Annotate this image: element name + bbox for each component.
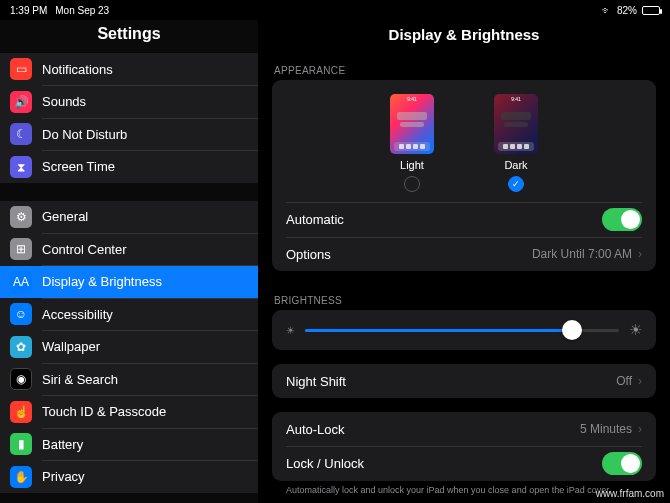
battery-percent: 82% bbox=[617, 5, 637, 16]
appearance-option-light[interactable]: 9:41 Light bbox=[390, 94, 434, 192]
sidebar-item-label: Do Not Disturb bbox=[42, 127, 127, 142]
sidebar-item-accessibility[interactable]: ☺Accessibility bbox=[0, 298, 258, 330]
sidebar-item-label: Screen Time bbox=[42, 159, 115, 174]
do-not-disturb-icon: ☾ bbox=[10, 123, 32, 145]
dark-thumbnail: 9:41 bbox=[494, 94, 538, 154]
sidebar: Settings ▭Notifications🔊Sounds☾Do Not Di… bbox=[0, 20, 258, 503]
lockunlock-toggle[interactable] bbox=[602, 452, 642, 475]
wallpaper-icon: ✿ bbox=[10, 336, 32, 358]
page-title: Display & Brightness bbox=[258, 20, 670, 55]
sidebar-item-control-center[interactable]: ⊞Control Center bbox=[0, 233, 258, 265]
chevron-right-icon: › bbox=[638, 374, 642, 388]
autolock-row[interactable]: Auto-Lock 5 Minutes › bbox=[272, 412, 656, 446]
status-date: Mon Sep 23 bbox=[55, 5, 109, 16]
sidebar-item-label: Wallpaper bbox=[42, 339, 100, 354]
dark-radio[interactable] bbox=[508, 176, 524, 192]
sidebar-title: Settings bbox=[0, 20, 258, 53]
watermark: www.frfam.com bbox=[596, 488, 664, 499]
brightness-section-label: Brightness bbox=[258, 285, 670, 310]
sidebar-item-notifications[interactable]: ▭Notifications bbox=[0, 53, 258, 85]
sidebar-item-touch-id-passcode[interactable]: ☝Touch ID & Passcode bbox=[0, 396, 258, 428]
chevron-right-icon: › bbox=[638, 422, 642, 436]
light-label: Light bbox=[400, 159, 424, 171]
sidebar-item-display-brightness[interactable]: AADisplay & Brightness bbox=[0, 266, 258, 298]
sidebar-item-label: Notifications bbox=[42, 62, 113, 77]
control-center-icon: ⊞ bbox=[10, 238, 32, 260]
privacy-icon: ✋ bbox=[10, 466, 32, 488]
sidebar-item-label: Accessibility bbox=[42, 307, 113, 322]
sun-large-icon: ☀ bbox=[629, 321, 642, 339]
sidebar-item-privacy[interactable]: ✋Privacy bbox=[0, 461, 258, 493]
battery-icon: ▮ bbox=[10, 433, 32, 455]
lock-panel: Auto-Lock 5 Minutes › Lock / Unlock bbox=[272, 412, 656, 481]
sidebar-item-screen-time[interactable]: ⧗Screen Time bbox=[0, 151, 258, 183]
sidebar-item-label: Sounds bbox=[42, 94, 86, 109]
sidebar-item-general[interactable]: ⚙General bbox=[0, 201, 258, 233]
sun-small-icon: ☀ bbox=[286, 325, 295, 336]
appearance-option-dark[interactable]: 9:41 Dark bbox=[494, 94, 538, 192]
sidebar-item-sounds[interactable]: 🔊Sounds bbox=[0, 86, 258, 118]
sidebar-item-label: Display & Brightness bbox=[42, 274, 162, 289]
sidebar-item-label: Battery bbox=[42, 437, 83, 452]
general-icon: ⚙ bbox=[10, 206, 32, 228]
nightshift-panel: Night Shift Off › bbox=[272, 364, 656, 398]
display-brightness-icon: AA bbox=[10, 271, 32, 293]
chevron-right-icon: › bbox=[638, 247, 642, 261]
sidebar-item-battery[interactable]: ▮Battery bbox=[0, 428, 258, 460]
brightness-slider[interactable] bbox=[305, 329, 619, 332]
sidebar-item-label: Control Center bbox=[42, 242, 127, 257]
appearance-panel: 9:41 Light 9:41 Dark bbox=[272, 80, 656, 271]
siri-search-icon: ◉ bbox=[10, 368, 32, 390]
sidebar-item-do-not-disturb[interactable]: ☾Do Not Disturb bbox=[0, 118, 258, 150]
sidebar-item-label: Touch ID & Passcode bbox=[42, 404, 166, 419]
sidebar-item-label: Siri & Search bbox=[42, 372, 118, 387]
sidebar-item-label: General bbox=[42, 209, 88, 224]
touch-id-passcode-icon: ☝ bbox=[10, 401, 32, 423]
notifications-icon: ▭ bbox=[10, 58, 32, 80]
options-row[interactable]: Options Dark Until 7:00 AM › bbox=[272, 237, 656, 271]
sidebar-item-siri-search[interactable]: ◉Siri & Search bbox=[0, 363, 258, 395]
brightness-panel: ☀ ☀ bbox=[272, 310, 656, 350]
accessibility-icon: ☺ bbox=[10, 303, 32, 325]
sidebar-item-wallpaper[interactable]: ✿Wallpaper bbox=[0, 331, 258, 363]
automatic-row[interactable]: Automatic bbox=[272, 203, 656, 237]
light-radio[interactable] bbox=[404, 176, 420, 192]
screen-time-icon: ⧗ bbox=[10, 156, 32, 178]
sounds-icon: 🔊 bbox=[10, 91, 32, 113]
battery-icon bbox=[642, 6, 660, 15]
lockunlock-row[interactable]: Lock / Unlock bbox=[272, 447, 656, 481]
sidebar-item-label: Privacy bbox=[42, 469, 85, 484]
wifi-icon: ᯤ bbox=[602, 5, 612, 16]
dark-label: Dark bbox=[504, 159, 527, 171]
automatic-toggle[interactable] bbox=[602, 208, 642, 231]
light-thumbnail: 9:41 bbox=[390, 94, 434, 154]
appearance-section-label: Appearance bbox=[258, 55, 670, 80]
nightshift-row[interactable]: Night Shift Off › bbox=[272, 364, 656, 398]
detail-pane: Display & Brightness Appearance 9:41 Lig… bbox=[258, 20, 670, 503]
status-bar: 1:39 PM Mon Sep 23 ᯤ 82% bbox=[0, 0, 670, 20]
status-time: 1:39 PM bbox=[10, 5, 47, 16]
